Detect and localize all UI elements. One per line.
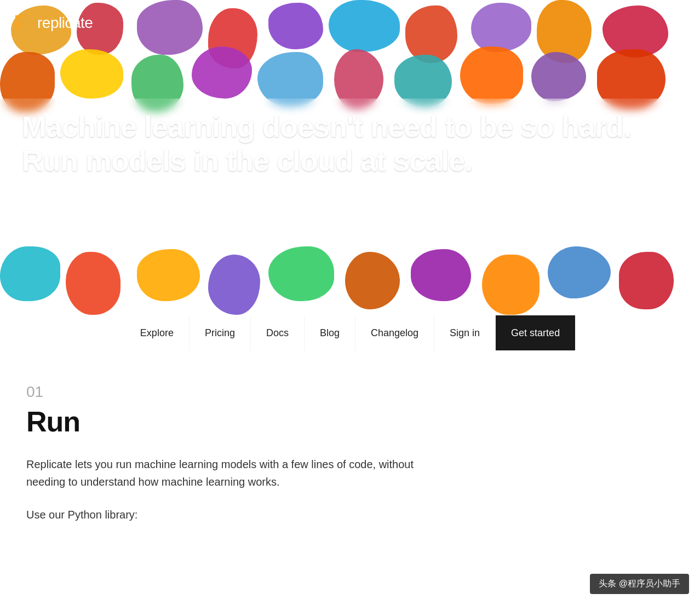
- main-content: 01 Run Replicate lets you run machine le…: [0, 350, 700, 545]
- logo-text: replicate: [37, 14, 93, 32]
- section-title: Run: [26, 405, 674, 438]
- nav-item-get-started[interactable]: Get started: [496, 315, 575, 350]
- hero-headline-line1: Machine learning doesn't need to be so h…: [22, 110, 631, 143]
- nav-item-pricing[interactable]: Pricing: [190, 315, 251, 350]
- hero-section: replicate Machine learning doesn't need …: [0, 0, 700, 350]
- nav-item-docs[interactable]: Docs: [251, 315, 305, 350]
- section-sub: Use our Python library:: [26, 506, 674, 523]
- nav-item-changelog[interactable]: Changelog: [355, 315, 434, 350]
- section-number: 01: [26, 383, 674, 401]
- navbar: Explore Pricing Docs Blog Changelog Sign…: [0, 315, 700, 350]
- hero-headline: Machine learning doesn't need to be so h…: [0, 110, 700, 177]
- svg-rect-2: [15, 23, 22, 25]
- hero-headline-line2: Run models in the cloud at scale.: [22, 144, 472, 177]
- nav-item-explore[interactable]: Explore: [125, 315, 190, 350]
- section-body: Replicate lets you run machine learning …: [26, 456, 443, 491]
- nav-item-signin[interactable]: Sign in: [434, 315, 496, 350]
- nav-item-blog[interactable]: Blog: [305, 315, 355, 350]
- logo-icon: [13, 13, 33, 33]
- logo[interactable]: replicate: [13, 13, 93, 33]
- svg-rect-3: [22, 15, 24, 18]
